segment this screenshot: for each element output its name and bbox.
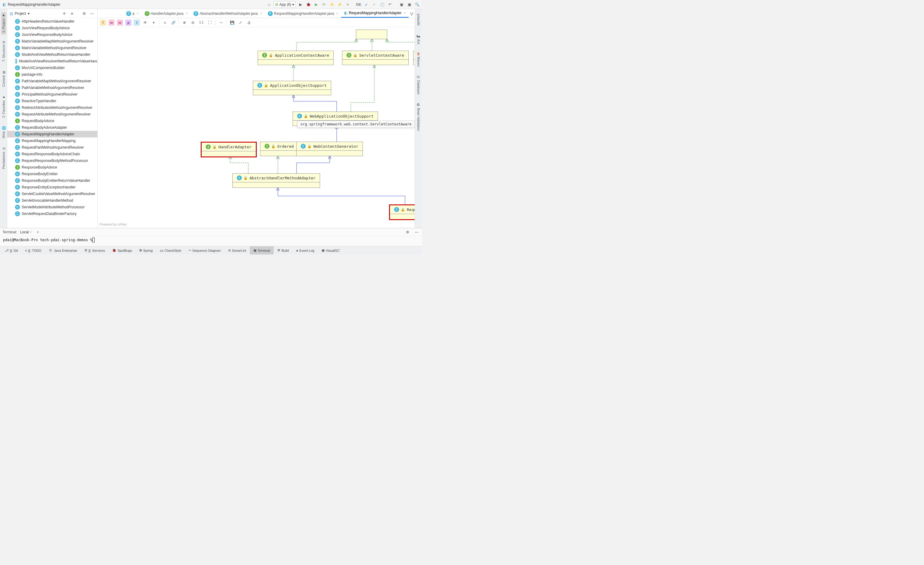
locate-icon[interactable]: ✛ bbox=[61, 12, 67, 16]
close-icon[interactable]: × bbox=[186, 12, 188, 15]
status-bar-item[interactable]: ⚙8: Services bbox=[81, 246, 108, 254]
uml-node-applicationcontextaware[interactable]: I🔒ApplicationContextAware bbox=[258, 51, 334, 65]
build-icon[interactable]: ↘ bbox=[266, 2, 272, 7]
zoom-out-icon[interactable]: ⊖ bbox=[190, 21, 196, 25]
tree-item[interactable]: CRequestMappingHandlerAdapter bbox=[7, 131, 98, 137]
zoom-in-icon[interactable]: ⊕ bbox=[182, 21, 188, 25]
zoom-fit-icon[interactable]: ⛶ bbox=[207, 21, 213, 25]
tree-item[interactable]: CRequestBodyAdviceAdapter bbox=[7, 124, 98, 131]
tree-item[interactable]: CRedirectAttributesMethodArgumentResolve… bbox=[7, 104, 98, 111]
status-bar-item[interactable]: ⊘SonarLint bbox=[225, 246, 250, 254]
attach-button[interactable]: ⚡ bbox=[329, 2, 335, 7]
editor-tab[interactable]: ◧RequestMappingHandlerAdapter× bbox=[341, 9, 409, 18]
close-icon[interactable]: × bbox=[337, 12, 339, 15]
status-bar-item[interactable]: 🐞SpotBugs bbox=[108, 246, 136, 254]
status-bar-item[interactable]: ●Event Log bbox=[292, 246, 318, 254]
close-icon[interactable]: × bbox=[404, 12, 406, 15]
minimize-icon[interactable]: — bbox=[89, 12, 95, 16]
gear-icon[interactable]: ⚙ bbox=[81, 12, 87, 16]
add-terminal-icon[interactable]: + bbox=[34, 230, 40, 234]
tab-favorites[interactable]: 2: Favorites ★ bbox=[1, 93, 6, 119]
status-bar-item[interactable]: ⚒Build bbox=[274, 246, 292, 254]
tab-persistence[interactable]: Persistence ⛁ bbox=[1, 145, 6, 171]
git-commit-icon[interactable]: ✓ bbox=[371, 2, 377, 7]
tree-item[interactable]: CResponseBodyEmitterReturnValueHandler bbox=[7, 177, 98, 184]
terminal-body[interactable]: pdai@MacBook-Pro tech-pdai-spring-demos … bbox=[0, 236, 422, 244]
tree-item[interactable]: CMvcUriComponentsBuilder bbox=[7, 65, 98, 71]
breakpoint-icon[interactable]: ▣ bbox=[398, 2, 405, 7]
tree-item[interactable]: CServletCookieValueMethodArgumentResolve… bbox=[7, 191, 98, 197]
uml-node-handleradapter[interactable]: I🔒HandlerAdapter bbox=[201, 142, 257, 157]
project-tree[interactable]: CHttpHeadersReturnValueHandlerCJsonViewR… bbox=[7, 18, 98, 228]
tree-item[interactable]: CRequestAttributeMethodArgumentResolver bbox=[7, 111, 98, 117]
deps-icon[interactable]: ⎋ bbox=[162, 21, 168, 25]
close-icon[interactable]: × bbox=[30, 230, 32, 234]
profile-button[interactable]: ⟳ bbox=[321, 2, 327, 7]
attach-button-2[interactable]: ⚡ bbox=[337, 2, 343, 7]
uml-diagram-canvas[interactable]: I🔒ApplicationContextAware I🔒ServletConte… bbox=[98, 27, 415, 228]
tree-item[interactable]: IRequestBodyAdvice bbox=[7, 117, 98, 124]
search-icon[interactable]: 🔍 bbox=[414, 2, 420, 7]
tab-maven[interactable]: m Maven bbox=[416, 51, 421, 68]
close-icon[interactable]: × bbox=[260, 12, 262, 15]
status-bar-item[interactable]: ⤳Sequence Diagram bbox=[185, 246, 224, 254]
tab-web[interactable]: Web 🌐 bbox=[1, 125, 6, 140]
tab-project[interactable]: 1: Project ■ bbox=[1, 12, 6, 35]
terminal-tab[interactable]: Local × bbox=[20, 230, 32, 234]
run-button[interactable]: ▶ bbox=[297, 2, 303, 7]
status-bar-item[interactable]: ≡6: TODO bbox=[21, 246, 45, 254]
print-icon[interactable]: 🖨 bbox=[246, 21, 252, 25]
git-revert-icon[interactable]: ↶ bbox=[387, 2, 393, 7]
filter-inner-button[interactable]: I bbox=[134, 20, 140, 26]
tree-item[interactable]: CRequestPartMethodArgumentResolver bbox=[7, 144, 98, 151]
status-bar-item[interactable]: ▣Terminal bbox=[250, 246, 274, 254]
tree-item[interactable]: CPrincipalMethodArgumentResolver bbox=[7, 91, 98, 98]
tree-item[interactable]: CMatrixVariableMapMethodArgumentResolver bbox=[7, 38, 98, 45]
filter-fields-button[interactable]: f bbox=[100, 20, 106, 26]
uml-node-beanfactoryaware[interactable]: I🔒BeanFactoryAware bbox=[413, 51, 415, 65]
save-icon[interactable]: 💾 bbox=[229, 21, 235, 25]
project-view-label[interactable]: Project bbox=[15, 12, 26, 16]
editor-tab[interactable]: CAbstractHandlerMethodAdapter.java× bbox=[190, 9, 265, 18]
layout-icon[interactable]: ⤙ bbox=[218, 21, 224, 25]
link-icon[interactable]: 🔗 bbox=[170, 21, 176, 25]
editor-tab[interactable]: Ca× bbox=[123, 9, 142, 18]
tree-item[interactable]: Ipackage-info bbox=[7, 71, 98, 78]
stop-button[interactable]: ■ bbox=[345, 2, 351, 7]
editor-tab[interactable]: CRequestMappingHandlerAdapter.java× bbox=[265, 9, 341, 18]
ide-settings-icon[interactable]: ▣ bbox=[406, 2, 412, 7]
run-config-selector[interactable]: ✿ App (6) ▾ bbox=[274, 1, 296, 8]
uml-node-servletcontextaware[interactable]: I🔒ServletContextAware bbox=[342, 51, 409, 65]
tree-item[interactable]: CModelAndViewMethodReturnValueHandler bbox=[7, 51, 98, 58]
gear-icon[interactable]: ⚙ bbox=[405, 230, 411, 234]
tab-jclasslib[interactable]: jclasslib bbox=[416, 12, 421, 27]
tree-item[interactable]: IResponseBodyAdvice bbox=[7, 164, 98, 171]
close-icon[interactable]: × bbox=[137, 12, 139, 15]
tree-item[interactable]: CReactiveTypeHandler bbox=[7, 98, 98, 104]
tree-item[interactable]: CServletInvocableHandlerMethod bbox=[7, 197, 98, 204]
tree-item[interactable]: CResponseEntityExceptionHandler bbox=[7, 184, 98, 191]
tree-item[interactable]: CServletModelAttributeMethodProcessor bbox=[7, 204, 98, 210]
tree-item[interactable]: CHttpHeadersReturnValueHandler bbox=[7, 18, 98, 25]
uml-node-applicationobjectsupport[interactable]: C🔒ApplicationObjectSupport bbox=[253, 81, 331, 95]
filter-methods-button[interactable]: m bbox=[108, 20, 114, 26]
collapse-icon[interactable]: ≑ bbox=[69, 12, 75, 16]
tree-item[interactable]: CJsonViewResponseBodyAdvice bbox=[7, 32, 98, 38]
tab-commit[interactable]: Commit ✪ bbox=[1, 68, 6, 89]
tree-item[interactable]: CRequestResponseBodyAdviceChain bbox=[7, 151, 98, 157]
filter-constructors-button[interactable]: m bbox=[117, 20, 123, 26]
tree-item[interactable]: CModelAndViewResolverMethodReturnValueHa… bbox=[7, 58, 98, 65]
tab-ant[interactable]: 🐜 Ant bbox=[416, 32, 421, 46]
export-icon[interactable]: ⤢ bbox=[237, 21, 243, 25]
tree-item[interactable]: CServletRequestDataBinderFactory bbox=[7, 210, 98, 217]
status-bar-item[interactable]: ✿Spring bbox=[136, 246, 156, 254]
uml-node-abstracthandlermethodadapter[interactable]: C🔒AbstractHandlerMethodAdapter bbox=[232, 173, 320, 188]
uml-node-root[interactable] bbox=[356, 30, 387, 39]
debug-button[interactable]: 🐞 bbox=[305, 2, 311, 7]
status-bar-item[interactable]: ⎇9: Git bbox=[1, 246, 21, 254]
filter-properties-button[interactable]: p bbox=[125, 20, 131, 26]
tree-item[interactable]: CJsonViewRequestBodyAdvice bbox=[7, 25, 98, 32]
tabs-more-icon[interactable]: ⋁ bbox=[409, 12, 415, 16]
tree-item[interactable]: CRequestMappingHandlerMapping bbox=[7, 137, 98, 144]
tree-item[interactable]: CPathVariableMethodArgumentResolver bbox=[7, 84, 98, 91]
